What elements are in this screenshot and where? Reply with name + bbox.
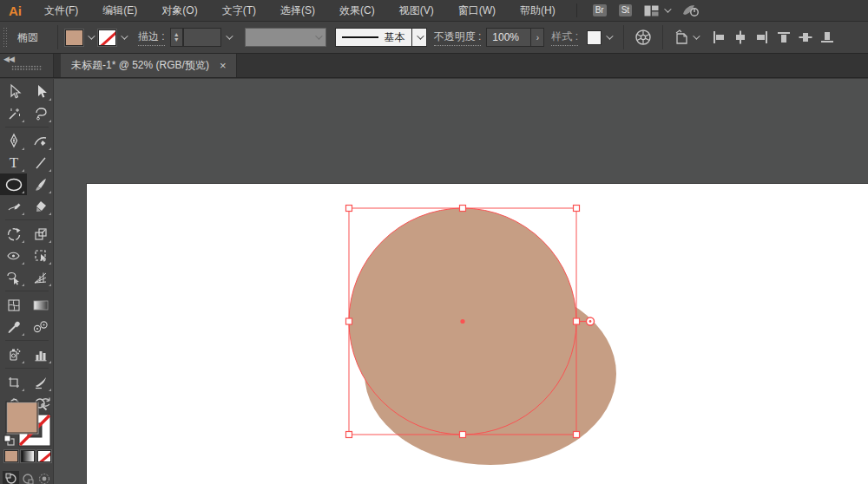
selection-handle[interactable] bbox=[460, 206, 466, 212]
selection-handle[interactable] bbox=[574, 206, 580, 212]
gpu-performance-icon[interactable] bbox=[681, 3, 700, 17]
lasso-tool-button[interactable] bbox=[27, 102, 54, 124]
workspace: T bbox=[0, 79, 868, 484]
app-logo-icon[interactable]: Ai bbox=[0, 3, 32, 18]
brush-chevron-button[interactable] bbox=[411, 28, 427, 47]
lasso-tool-icon bbox=[33, 106, 49, 121]
curvature-tool-button[interactable] bbox=[27, 130, 54, 152]
opacity-field[interactable]: 100% bbox=[486, 28, 531, 47]
type-tool-button[interactable]: T bbox=[0, 152, 27, 173]
brush-definition-dropdown[interactable]: 基本 bbox=[335, 28, 427, 47]
chevron-down-icon bbox=[417, 32, 424, 39]
eraser-tool-button[interactable] bbox=[27, 195, 54, 217]
controlbar-grip[interactable] bbox=[3, 27, 9, 48]
workspace-switcher[interactable] bbox=[644, 5, 669, 16]
scale-tool-button[interactable] bbox=[27, 223, 54, 245]
pen-tool-button[interactable] bbox=[0, 130, 27, 152]
stroke-color-swatch[interactable] bbox=[98, 29, 116, 46]
rotate-tool-button[interactable] bbox=[0, 223, 27, 245]
fill-color-swatch[interactable] bbox=[65, 29, 83, 46]
stroke-panel-link[interactable]: 描边 : bbox=[138, 29, 165, 46]
style-chevron-icon[interactable] bbox=[606, 32, 613, 39]
selection-handle[interactable] bbox=[346, 206, 352, 212]
column-graph-tool-button[interactable] bbox=[27, 343, 54, 365]
shaper-pencil-tool-button[interactable] bbox=[0, 195, 27, 217]
selection-handle[interactable] bbox=[460, 432, 466, 438]
free-transform-tool-button[interactable] bbox=[27, 245, 54, 266]
align-bottom-button[interactable] bbox=[820, 30, 834, 44]
document-setup-button[interactable] bbox=[674, 29, 703, 46]
gradient-tool-button[interactable] bbox=[27, 294, 54, 316]
draw-inside-mode-button[interactable] bbox=[36, 471, 52, 484]
align-right-button[interactable] bbox=[755, 30, 769, 44]
none-paint-button[interactable] bbox=[37, 450, 51, 462]
menu-view[interactable]: 视图(V) bbox=[387, 3, 446, 18]
swap-fill-stroke-icon[interactable] bbox=[42, 398, 49, 408]
menu-effect[interactable]: 效果(C) bbox=[327, 3, 387, 18]
selection-handle[interactable] bbox=[346, 432, 352, 438]
stock-button[interactable]: St bbox=[619, 4, 632, 16]
bridge-button[interactable]: Br bbox=[593, 4, 607, 16]
close-tab-icon[interactable]: × bbox=[220, 60, 227, 71]
controlbar-divider bbox=[623, 25, 624, 49]
graphic-style-swatch[interactable] bbox=[587, 30, 602, 45]
canvas-area[interactable] bbox=[54, 79, 868, 484]
stepper-down-icon[interactable]: ▼ bbox=[174, 37, 180, 43]
fill-color-chevron-icon[interactable] bbox=[88, 32, 95, 39]
menu-help[interactable]: 帮助(H) bbox=[508, 3, 568, 18]
shape-builder-tool-button[interactable] bbox=[0, 266, 27, 288]
direct-selection-tool-button[interactable] bbox=[27, 81, 54, 102]
width-tool-button[interactable] bbox=[0, 245, 27, 266]
svg-text:T: T bbox=[9, 154, 18, 171]
blend-tool-button[interactable] bbox=[27, 316, 54, 337]
menu-window[interactable]: 窗口(W) bbox=[446, 3, 508, 18]
mesh-tool-button[interactable] bbox=[0, 294, 27, 316]
selection-handle[interactable] bbox=[574, 432, 580, 438]
draw-normal-mode-button[interactable] bbox=[3, 471, 19, 484]
brush-preview[interactable]: 基本 bbox=[335, 28, 411, 47]
menu-type[interactable]: 文字(T) bbox=[210, 3, 268, 18]
selection-tool-button[interactable] bbox=[0, 81, 27, 102]
stroke-color-chevron-icon[interactable] bbox=[121, 32, 128, 39]
draw-behind-mode-button[interactable] bbox=[19, 471, 36, 484]
document-tab[interactable]: 未标题-1* @ 52% (RGB/预览) × bbox=[61, 54, 237, 77]
align-top-button[interactable] bbox=[777, 30, 791, 44]
line-segment-tool-button[interactable] bbox=[27, 152, 54, 173]
stroke-weight-field[interactable] bbox=[183, 28, 221, 47]
gradient-paint-button[interactable] bbox=[21, 450, 35, 462]
recolor-artwork-button[interactable] bbox=[635, 29, 652, 46]
stroke-weight-chevron-icon[interactable] bbox=[226, 32, 233, 39]
align-vertical-center-button[interactable] bbox=[799, 30, 812, 44]
toolbar-grip[interactable] bbox=[11, 65, 43, 70]
default-fill-stroke-icon[interactable] bbox=[4, 435, 14, 445]
align-left-button[interactable] bbox=[712, 30, 726, 44]
magic-wand-tool-icon bbox=[6, 106, 22, 121]
stroke-weight-stepper[interactable]: ▲▼ bbox=[170, 28, 183, 47]
magic-wand-tool-button[interactable] bbox=[0, 102, 27, 124]
control-bar: 椭圆 描边 : ▲▼ 基本 不透明度 : 100% › 样式 : bbox=[0, 22, 868, 54]
scale-tool-icon bbox=[33, 226, 49, 242]
fill-swatch-active[interactable] bbox=[6, 402, 38, 434]
ellipse-tool-button[interactable] bbox=[0, 173, 27, 195]
paint-mode-buttons bbox=[4, 450, 51, 462]
document-icon bbox=[674, 29, 691, 46]
align-horizontal-center-button[interactable] bbox=[733, 30, 747, 44]
paintbrush-tool-button[interactable] bbox=[27, 173, 54, 195]
slice-tool-button[interactable] bbox=[27, 371, 54, 393]
opacity-panel-link[interactable]: 不透明度 : bbox=[434, 29, 482, 46]
menu-edit[interactable]: 编辑(E) bbox=[90, 3, 149, 18]
artboard-tool-button[interactable] bbox=[0, 371, 27, 393]
style-panel-link[interactable]: 样式 : bbox=[551, 29, 578, 46]
selection-handle[interactable] bbox=[574, 318, 580, 324]
opacity-expand-button[interactable]: › bbox=[531, 28, 544, 47]
color-paint-button[interactable] bbox=[4, 450, 18, 462]
eyedropper-tool-button[interactable] bbox=[0, 316, 27, 337]
menu-file[interactable]: 文件(F) bbox=[32, 3, 90, 18]
perspective-grid-tool-button[interactable] bbox=[27, 266, 54, 288]
menu-object[interactable]: 对象(O) bbox=[149, 3, 209, 18]
menu-select[interactable]: 选择(S) bbox=[268, 3, 327, 18]
selection-center-point[interactable] bbox=[460, 319, 464, 324]
selection-handle[interactable] bbox=[346, 318, 352, 324]
collapse-panel-icon[interactable]: ◀◀ bbox=[3, 55, 14, 63]
symbol-sprayer-tool-button[interactable] bbox=[0, 343, 27, 365]
